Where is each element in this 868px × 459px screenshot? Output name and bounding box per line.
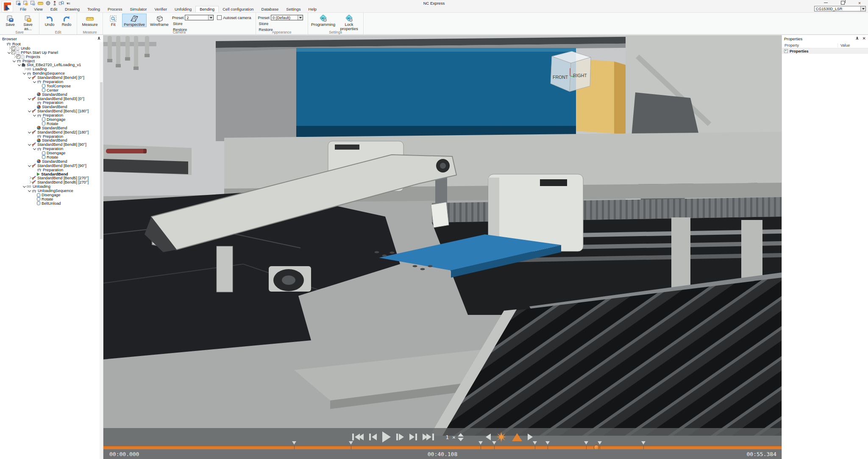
lock-properties-button[interactable]: NC Lock properties	[337, 14, 361, 31]
step-forward-button[interactable]	[396, 434, 404, 440]
menu-tab-simulator[interactable]: Simulator	[126, 6, 150, 12]
save-as-button[interactable]: Save as...	[19, 14, 37, 31]
menu-tab-drawing[interactable]: Drawing	[61, 6, 83, 12]
programming-button[interactable]: NC Programming	[310, 14, 337, 27]
undo-button[interactable]: Undo	[42, 14, 58, 27]
expander-icon[interactable]	[33, 80, 37, 84]
maximize-button[interactable]	[835, 0, 850, 6]
tree-item-preparation[interactable]: Preparation	[0, 147, 100, 151]
machine-selector[interactable]: CG1530D_LSR	[814, 6, 866, 11]
menu-tab-database[interactable]: Database	[258, 6, 283, 12]
menu-tab-help[interactable]: Help	[305, 6, 321, 12]
camera-preset-select[interactable]: 2	[185, 15, 214, 20]
warning-triangle-icon[interactable]	[512, 433, 522, 441]
tree-item-standardbend[interactable]: StandardBend	[0, 159, 100, 164]
expander-icon[interactable]	[7, 50, 11, 55]
expander-icon[interactable]	[28, 164, 32, 168]
menu-tab-file[interactable]: File	[16, 6, 30, 12]
tree-item-center[interactable]: Center	[0, 88, 100, 92]
menu-tab-settings[interactable]: Settings	[282, 6, 304, 12]
tree-item-preparation[interactable]: Preparation	[0, 134, 100, 139]
redo-button[interactable]: Redo	[58, 14, 75, 27]
tree-item-disengage[interactable]: Disengage	[0, 117, 100, 122]
checkbox[interactable]	[11, 46, 15, 50]
tree-item-unloading[interactable]: Unloading	[0, 184, 100, 189]
browser-scrollbar[interactable]	[100, 42, 103, 459]
menu-tab-cell-configuration[interactable]: Cell configuration	[219, 6, 257, 12]
tree-item-project[interactable]: Project	[0, 59, 100, 63]
timeline-bar[interactable]	[103, 446, 782, 449]
qat-view-icon[interactable]	[46, 1, 50, 6]
menu-tab-bending[interactable]: Bending	[195, 6, 219, 12]
expander-icon[interactable]	[28, 97, 32, 101]
expander-icon[interactable]	[22, 184, 27, 189]
perspective-button[interactable]: Perspective	[122, 14, 147, 27]
tree-item-standardbend-bend8-90-[interactable]: StandardBend [Bend8] [90°]	[0, 142, 100, 147]
next-collision-button[interactable]	[528, 434, 533, 440]
speed-stepper[interactable]	[458, 433, 464, 441]
checkbox[interactable]	[11, 50, 15, 54]
tree-item-disengage[interactable]: Disengage	[0, 151, 100, 155]
tree-item-standardbend[interactable]: StandardBend	[0, 172, 100, 176]
expander-icon[interactable]	[28, 180, 32, 184]
close-button[interactable]: ×	[852, 0, 867, 6]
save-button[interactable]: Save	[2, 14, 18, 27]
checkbox[interactable]	[17, 55, 20, 58]
menu-tab-process[interactable]: Process	[104, 6, 126, 12]
menu-tab-view[interactable]: View	[30, 6, 46, 12]
chevron-down-icon[interactable]	[298, 15, 303, 20]
tree-item-standardbend-bend2-180-[interactable]: StandardBend [Bend2] [180°]	[0, 130, 100, 134]
menu-tab-edit[interactable]: Edit	[47, 6, 61, 12]
tree-item-standardbend[interactable]: StandardBend	[0, 126, 100, 130]
qat-measure-icon[interactable]	[38, 2, 43, 5]
expander-icon[interactable]	[33, 113, 37, 117]
skip-to-end-button[interactable]	[423, 434, 434, 440]
column-value[interactable]: Value	[838, 43, 850, 47]
skip-to-start-button[interactable]	[352, 434, 364, 440]
qat-save-all-icon[interactable]	[31, 1, 35, 6]
qat-save-icon[interactable]	[16, 1, 21, 6]
collision-indicator-icon[interactable]	[496, 432, 506, 442]
expand-icon[interactable]	[784, 49, 788, 53]
expander-icon[interactable]	[28, 176, 32, 180]
pin-icon[interactable]	[97, 36, 101, 41]
tree-item-projects[interactable]: Projects	[0, 55, 100, 59]
properties-root-row[interactable]: Properties	[782, 48, 868, 54]
tree-item-standardbend-bend4-0-[interactable]: StandardBend [Bend4] [0°]	[0, 75, 100, 80]
tree-item-preparation[interactable]: Preparation	[0, 100, 100, 105]
appearance-store-button[interactable]: Store	[258, 21, 306, 26]
play-button[interactable]	[382, 431, 391, 442]
tree-item-preparation[interactable]: Preparation	[0, 113, 100, 117]
expander-icon[interactable]	[7, 46, 11, 50]
tree-item-standardbend-bend1-180-[interactable]: StandardBend [Bend1] [180°]	[0, 109, 100, 113]
tree-item-ppna-start-up-panel[interactable]: PPNA Start Up Panel	[0, 50, 100, 55]
expander-icon[interactable]	[28, 109, 32, 113]
next-step-button[interactable]	[409, 434, 417, 440]
tree-item-standardbend-bend5-270-[interactable]: StandardBend [Bend5] [270°]	[0, 176, 100, 181]
tree-item-root[interactable]: Root	[0, 42, 100, 46]
expander-icon[interactable]	[33, 147, 37, 151]
chevron-down-icon[interactable]	[208, 15, 213, 20]
qat-tool-icon[interactable]	[53, 1, 56, 6]
camera-store-button[interactable]: Store	[172, 21, 216, 26]
pin-icon[interactable]	[855, 36, 859, 41]
tree-item-undo[interactable]: Undo	[0, 46, 100, 50]
tree-item-bendingsequence[interactable]: BendingSequence	[0, 71, 100, 75]
tree-item-loading[interactable]: Loading	[0, 67, 100, 71]
expander-icon[interactable]	[22, 67, 27, 71]
close-panel-button[interactable]: ✕	[862, 36, 866, 41]
tree-item-disengage[interactable]: Disengage	[0, 193, 100, 197]
menu-tab-tooling[interactable]: Tooling	[83, 6, 104, 12]
fit-button[interactable]: Fit	[105, 14, 121, 27]
measure-button[interactable]: Measure	[79, 14, 100, 27]
qat-save-as-icon[interactable]	[23, 1, 28, 6]
tree-item-standardbend[interactable]: StandardBend	[0, 138, 100, 142]
tree-item-standardbend-bend7-90-[interactable]: StandardBend [Bend7] [90°]	[0, 164, 100, 168]
view-cube[interactable]: FRONT RIGHT	[551, 51, 591, 92]
tree-item-standardbend-bend6-270-[interactable]: StandardBend [Bend6] [270°]	[0, 180, 100, 184]
tree-item-standardbend[interactable]: StandardBend	[0, 105, 100, 109]
tree-item-unloadingsequence[interactable]: UnloadingSequence	[0, 189, 100, 193]
tree-item-standardbend[interactable]: StandardBend	[0, 92, 100, 97]
qat-search-icon[interactable]	[59, 1, 64, 6]
playback-speed[interactable]: 1 ×	[445, 433, 463, 441]
